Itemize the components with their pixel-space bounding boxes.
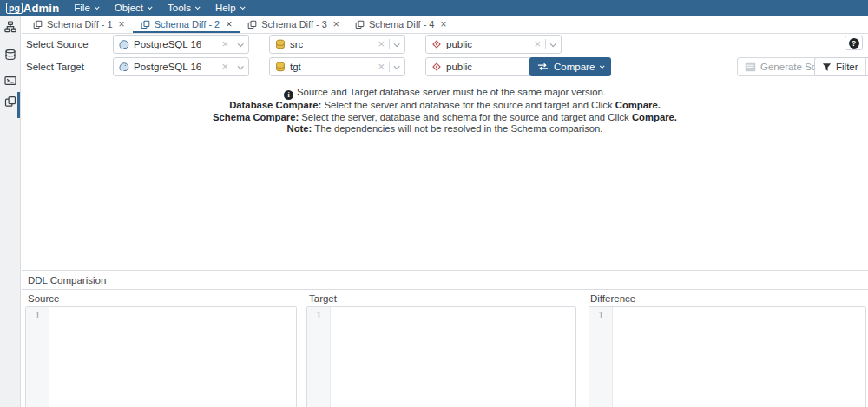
select-target-label: Select Target [26,57,109,76]
target-server-select[interactable]: PostgreSQL 16 × [113,57,249,76]
help-button[interactable]: ? [845,36,863,50]
tab-schema-diff-4[interactable]: Schema Diff - 4 × [347,16,455,33]
schema-diff-icon [355,20,365,30]
menu-object[interactable]: Object [115,3,151,13]
postgresql-server-icon [119,62,129,72]
schema-diff-icon [141,20,150,30]
menu-help[interactable]: Help [215,3,244,13]
ddl-difference-label: Difference [590,293,635,304]
chevron-down-icon[interactable] [550,43,556,47]
target-database-value: tgt [290,62,301,72]
source-database-value: src [290,39,303,49]
menu-tools-label: Tools [168,3,191,13]
psql-tool-icon[interactable] [4,75,16,87]
source-server-value: PostgreSQL 16 [134,39,201,49]
ddl-target-label: Target [309,293,337,304]
tab-schema-diff-2[interactable]: Schema Diff - 2 × [133,16,240,33]
chevron-down-icon[interactable] [238,65,243,69]
instruction-text: Select the server, database and schema f… [301,112,628,122]
instruction-line-3: Schema Compare: Select the server, datab… [22,112,868,123]
tab-label: Schema Diff - 1 [47,19,113,30]
ddl-comparison-title: DDL Comparision [22,271,868,290]
schema-icon [431,62,442,72]
menu-file[interactable]: File [74,3,98,13]
clear-icon[interactable]: × [378,39,385,49]
chevron-down-icon[interactable] [394,43,399,47]
ddl-target-editor[interactable]: 1 [306,306,576,407]
close-icon[interactable]: × [333,20,339,29]
target-schema-value: public [446,62,472,72]
clear-icon[interactable]: × [221,62,228,72]
schema-diff-icon [33,20,43,30]
source-server-select[interactable]: PostgreSQL 16 × [113,35,249,54]
tab-bar: Schema Diff - 1 × Schema Diff - 2 × Sche… [22,16,868,34]
compare-button[interactable]: Compare [529,57,611,76]
line-number-gutter: 1 [307,307,331,407]
clear-icon[interactable]: × [378,62,385,72]
filter-button-label: Filter [836,62,858,72]
instructions: iSource and Target database server must … [22,87,868,135]
instruction-line-4: Note: The dependencies will not be resol… [22,123,868,135]
line-number-gutter: 1 [589,307,613,407]
chevron-down-icon [95,4,100,10]
compare-button-label: Compare [554,62,595,72]
help-icon: ? [849,38,859,49]
divider [389,62,390,72]
filter-dropdown-button[interactable] [865,58,868,75]
divider [233,39,233,49]
query-tool-icon[interactable] [4,49,16,61]
info-icon: i [284,90,293,100]
instruction-text: Select the server and database for the s… [324,100,612,110]
menu-object-label: Object [115,3,143,13]
app-header: pgAdmin File Object Tools Help [0,0,868,16]
instruction-term: Database Compare: [229,100,321,110]
tab-label: Schema Diff - 3 [261,19,327,30]
divider [545,39,546,49]
schema-diff-tool-icon[interactable] [4,95,16,108]
database-icon [275,39,286,49]
ddl-source-label: Source [28,293,59,304]
select-source-label: Select Source [26,35,109,54]
chevron-down-icon[interactable] [394,65,399,69]
tab-schema-diff-1[interactable]: Schema Diff - 1 × [25,16,133,33]
tab-schema-diff-3[interactable]: Schema Diff - 3 × [240,16,347,33]
chevron-down-icon[interactable] [238,43,243,47]
divider [389,39,390,49]
ddl-source-editor[interactable]: 1 [25,306,297,407]
script-icon [745,62,756,72]
source-schema-select[interactable]: public × [425,35,562,54]
line-number-gutter: 1 [26,307,49,407]
chevron-down-icon [600,63,605,69]
tab-label: Schema Diff - 2 [155,19,220,30]
close-icon[interactable]: × [119,20,125,29]
clear-icon[interactable]: × [534,39,541,49]
pgadmin-logo: pgAdmin [6,2,59,15]
instruction-action: Compare. [632,112,677,122]
close-icon[interactable]: × [226,20,232,29]
menu-help-label: Help [215,3,236,13]
chevron-down-icon [240,4,245,10]
pgadmin-logo-pg: pg [6,3,23,14]
object-explorer-icon[interactable] [4,21,16,33]
source-database-select[interactable]: src × [269,35,405,54]
menu-bar: File Object Tools Help [74,3,243,13]
tool-sidebar [0,16,21,407]
compare-icon [537,62,549,71]
filter-button[interactable]: Filter [815,58,865,75]
menu-tools[interactable]: Tools [168,3,199,13]
tab-label: Schema Diff - 4 [369,19,435,30]
instruction-text: Source and Target database server must b… [297,87,606,97]
divider [233,62,233,72]
close-icon[interactable]: × [440,20,446,29]
ddl-comparison-section: DDL Comparision Source Target Difference… [22,270,868,407]
clear-icon[interactable]: × [221,39,228,49]
filter-button-group: Filter [814,57,868,76]
target-database-select[interactable]: tgt × [269,57,405,76]
instruction-text: The dependencies will not be resolved in… [314,123,602,134]
ddl-difference-editor[interactable]: 1 [589,306,866,407]
database-icon [275,62,286,72]
pgadmin-logo-admin: Admin [23,2,59,15]
target-server-value: PostgreSQL 16 [134,62,201,72]
schema-icon [431,39,442,49]
filter-icon [822,62,832,72]
